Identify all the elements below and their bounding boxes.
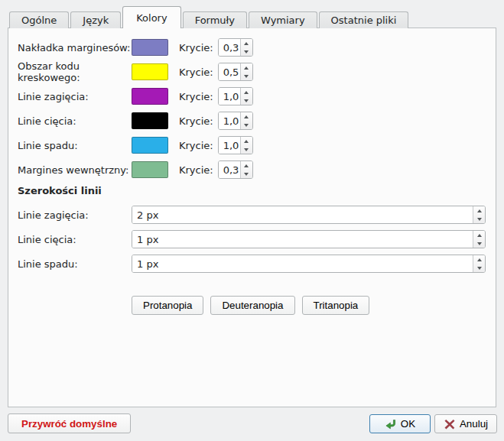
width-row-fold-lines: Linie zagięcia: 2 px (18, 206, 486, 224)
opacity-spinbox[interactable]: 1,0 (218, 136, 253, 154)
deuteranopia-button[interactable]: Deuteranopia (210, 296, 294, 315)
tritanopia-button[interactable]: Tritanopia (302, 296, 370, 315)
opacity-label: Krycie: (179, 66, 213, 78)
tab-label: Ostatnie pliki (331, 15, 397, 26)
opacity-value[interactable]: 1,0 (219, 88, 240, 105)
color-swatch[interactable] (132, 112, 168, 129)
opacity-label: Krycie: (179, 164, 213, 176)
tab-jezyk[interactable]: Język (70, 11, 121, 28)
opacity-value[interactable]: 0,3 (219, 39, 240, 56)
opacity-label: Krycie: (179, 115, 213, 127)
line-width-value[interactable]: 2 px (132, 206, 473, 223)
opacity-value[interactable]: 1,0 (219, 112, 240, 129)
color-swatch[interactable] (132, 88, 168, 105)
opacity-spinbox[interactable]: 1,0 (218, 112, 253, 130)
spin-up-icon[interactable] (241, 63, 252, 72)
line-widths-section-header: Szerokości linii (18, 185, 486, 198)
opacity-spinbox[interactable]: 0,3 (218, 161, 253, 179)
tab-ogolne[interactable]: Ogólne (9, 11, 69, 28)
button-label: Anuluj (460, 418, 488, 430)
tab-ostatnie-pliki[interactable]: Ostatnie pliki (319, 11, 409, 28)
colors-tab-panel: Nakładka marginesów: Krycie: 0,3 Obszar … (8, 28, 496, 407)
ok-button[interactable]: OK (369, 414, 431, 433)
row-label: Obszar kodu kreskowego: (18, 60, 132, 83)
spin-down-icon[interactable] (473, 239, 485, 248)
spin-up-icon[interactable] (473, 231, 485, 239)
spin-down-icon[interactable] (241, 121, 252, 129)
line-width-spinbox[interactable]: 2 px (132, 206, 486, 224)
tab-bar: Ogólne Język Kolory Formuły Wymiary Osta… (9, 6, 408, 28)
color-row-fold-lines: Linie zagięcia: Krycie: 1,0 (18, 87, 486, 105)
opacity-spinbox[interactable]: 1,0 (218, 87, 253, 105)
preferences-dialog: Ogólne Język Kolory Formuły Wymiary Osta… (0, 0, 504, 441)
spin-down-icon[interactable] (241, 72, 252, 80)
opacity-value[interactable]: 0,5 (219, 63, 240, 80)
tab-label: Wymiary (261, 15, 305, 26)
spin-up-icon[interactable] (241, 88, 252, 96)
spin-down-icon[interactable] (473, 215, 485, 223)
color-row-inner-margin: Margines wewnętrzny: Krycie: 0,3 (18, 161, 486, 179)
tab-label: Język (83, 15, 109, 26)
row-label: Linie cięcia: (18, 234, 132, 245)
tab-wymiary[interactable]: Wymiary (249, 11, 317, 28)
opacity-label: Krycie: (179, 42, 213, 54)
tab-label: Formuły (195, 15, 235, 26)
spin-up-icon[interactable] (241, 137, 252, 145)
protanopia-button[interactable]: Protanopia (132, 296, 203, 315)
spin-down-icon[interactable] (241, 145, 252, 154)
button-label: Przywróć domyślne (21, 418, 117, 430)
cancel-red-x-icon (444, 418, 456, 430)
opacity-spinbox[interactable]: 0,5 (218, 63, 253, 81)
row-label: Nakładka marginesów: (18, 42, 132, 54)
color-row-cut-lines: Linie cięcia: Krycie: 1,0 (18, 112, 486, 130)
row-label: Linie cięcia: (18, 115, 132, 127)
cancel-button[interactable]: Anuluj (434, 414, 497, 433)
opacity-label: Krycie: (179, 91, 213, 102)
color-swatch[interactable] (132, 137, 168, 154)
spin-up-icon[interactable] (473, 206, 485, 215)
button-label: Tritanopia (314, 300, 359, 311)
line-width-value[interactable]: 1 px (132, 231, 473, 248)
row-label: Margines wewnętrzny: (18, 164, 132, 176)
spin-up-icon[interactable] (241, 112, 252, 121)
spin-up-icon[interactable] (241, 39, 252, 47)
button-label: Deuteranopia (222, 300, 283, 311)
button-label: OK (401, 418, 415, 430)
button-label: Protanopia (143, 300, 192, 311)
tab-formuly[interactable]: Formuły (183, 11, 247, 28)
color-row-bleed-lines: Linie spadu: Krycie: 1,0 (18, 136, 486, 154)
row-label: Linie spadu: (18, 140, 132, 151)
tab-label: Kolory (136, 12, 167, 24)
line-width-value[interactable]: 1 px (132, 255, 473, 272)
opacity-label: Krycie: (179, 140, 213, 151)
line-width-spinbox[interactable]: 1 px (132, 255, 486, 273)
color-row-barcode-area: Obszar kodu kreskowego: Krycie: 0,5 (18, 63, 486, 81)
opacity-value[interactable]: 1,0 (219, 137, 240, 154)
spin-down-icon[interactable] (241, 96, 252, 105)
simulation-buttons-row: Protanopia Deuteranopia Tritanopia (132, 296, 486, 315)
restore-defaults-button[interactable]: Przywróć domyślne (8, 413, 131, 433)
spin-down-icon[interactable] (241, 170, 252, 178)
tab-label: Ogólne (21, 15, 57, 26)
width-row-cut-lines: Linie cięcia: 1 px (18, 230, 486, 248)
opacity-value[interactable]: 0,3 (219, 161, 240, 178)
row-label: Linie spadu: (18, 258, 132, 270)
ok-green-arrow-icon (385, 418, 397, 430)
spin-up-icon[interactable] (473, 255, 485, 264)
color-swatch[interactable] (132, 39, 168, 56)
opacity-spinbox[interactable]: 0,3 (218, 38, 253, 57)
line-width-spinbox[interactable]: 1 px (132, 230, 486, 248)
width-row-bleed-lines: Linie spadu: 1 px (18, 255, 486, 273)
color-swatch[interactable] (132, 161, 168, 178)
spin-up-icon[interactable] (241, 161, 252, 170)
row-label: Linie zagięcia: (18, 209, 132, 221)
color-row-margin-overlay: Nakładka marginesów: Krycie: 0,3 (18, 38, 486, 57)
row-label: Linie zagięcia: (18, 91, 132, 102)
tab-kolory[interactable]: Kolory (122, 6, 180, 28)
spin-down-icon[interactable] (241, 47, 252, 56)
spin-down-icon[interactable] (473, 264, 485, 272)
color-swatch[interactable] (132, 63, 168, 80)
